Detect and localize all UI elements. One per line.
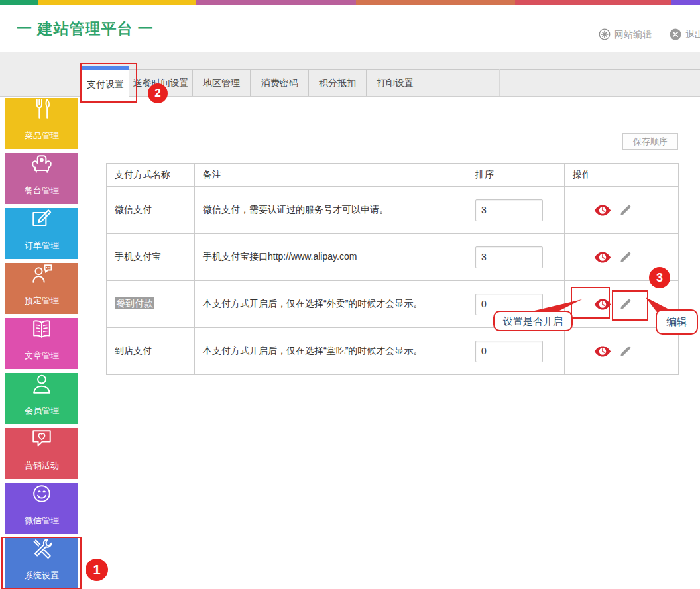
ops-cell [565,328,679,375]
heart-bubble-icon [29,425,55,460]
sidebar-item-label: 餐台管理 [25,185,59,197]
person-icon [29,370,55,405]
sidebar-item-wechat[interactable]: 微信管理 [5,483,78,534]
ops-cell [565,234,679,281]
logout-label: 退出 [685,29,700,41]
page-title: 一 建站管理平台 一 [17,19,154,39]
payment-name-cell: 到店支付 [107,328,195,375]
sidebar-item-orders[interactable]: 订单管理 [5,208,78,259]
toggle-eye-icon[interactable] [594,346,611,357]
tools-icon [29,535,55,570]
payment-name-highlighted: 餐到付款 [115,297,154,309]
tab-list: 送餐时间设置 地区管理 消费密码 积分抵扣 打印设置 [129,69,424,96]
column-header-remark: 备注 [195,164,467,187]
ops-cell [565,281,679,328]
sidebar-item-label: 预定管理 [25,295,59,307]
tab-payment-settings[interactable]: 支付设置 [82,66,129,101]
sort-input[interactable] [475,199,543,221]
payment-name-cell: 微信支付 [107,187,195,234]
step-badge-1: 1 [86,559,108,581]
sidebar-item-dishes[interactable]: 菜品管理 [5,98,78,149]
site-edit-label: 网站编辑 [614,29,652,41]
sidebar-item-articles[interactable]: 文章管理 [5,318,78,369]
top-strip-segment [196,0,356,5]
toggle-eye-icon[interactable] [594,205,611,216]
gear-icon [599,28,611,42]
toggle-eye-icon[interactable] [594,299,611,310]
toggle-eye-icon[interactable] [594,252,611,263]
table-row: 到店支付 本支付方式开启后，仅在选择“堂吃”的时候才会显示。 [107,328,679,375]
sort-input[interactable] [475,294,543,315]
page: 一 建站管理平台 一 网站编辑 退出 [0,0,700,589]
tab-points-deduction[interactable]: 积分抵扣 [309,69,367,96]
top-strip-segment [515,0,671,5]
smiley-icon [29,480,55,515]
edit-square-icon [29,205,55,240]
payment-name: 手机支付宝 [115,251,161,262]
sidebar-item-label: 微信管理 [25,515,59,527]
sidebar-item-label: 菜品管理 [25,130,59,142]
tab-delivery-time-settings[interactable]: 送餐时间设置 [129,69,193,96]
edit-pencil-icon[interactable] [620,346,631,357]
logout-button[interactable]: 退出 [670,28,700,42]
column-header-sort: 排序 [467,164,565,187]
remark-cell: 本支付方式开启后，仅在选择“外卖”的时候才会显示。 [195,281,467,328]
sort-cell [467,281,565,328]
table-header-row: 支付方式名称 备注 排序 操作 [107,164,679,187]
payment-name: 微信支付 [115,204,152,215]
armchair-icon [29,150,55,185]
top-strip-segment [356,0,515,5]
top-strip-segment [38,0,196,5]
sidebar-item-tables[interactable]: 餐台管理 [5,153,78,204]
remark-cell: 微信支付，需要认证过的服务号才可以申请。 [195,187,467,234]
top-strip-segment [0,0,38,5]
save-order-button[interactable]: 保存顺序 [622,133,678,150]
payment-name: 到店支付 [115,345,152,356]
tab-print-settings[interactable]: 打印设置 [367,69,424,96]
cutlery-icon [29,95,55,130]
header: 一 建站管理平台 一 网站编辑 退出 [0,5,700,52]
sort-input[interactable] [475,246,543,268]
edit-pencil-icon[interactable] [620,252,631,263]
table-row: 手机支付宝 手机支付宝接口http://www.alipay.com [107,234,679,281]
column-header-ops: 操作 [565,164,679,187]
sidebar-item-label: 营销活动 [25,460,59,472]
edit-pencil-icon[interactable] [620,205,631,216]
sort-cell [467,234,565,281]
remark-cell: 手机支付宝接口http://www.alipay.com [195,234,467,281]
person-chat-icon [29,260,55,295]
tab-consume-password[interactable]: 消费密码 [251,69,309,96]
tab-bar-divider [499,69,500,96]
tab-bar-top-border [421,69,700,70]
remark-cell: 本支付方式开启后，仅在选择“堂吃”的时候才会显示。 [195,328,467,375]
close-icon [670,28,681,42]
table-row: 餐到付款 本支付方式开启后，仅在选择“外卖”的时候才会显示。 [107,281,679,328]
top-color-strip [0,0,700,5]
payment-name-cell: 餐到付款 [107,281,195,328]
payment-methods-table: 支付方式名称 备注 排序 操作 微信支付 微信支付，需要认证过的服务号才可以申请… [106,163,679,375]
edit-pencil-icon[interactable] [620,299,631,310]
column-header-name: 支付方式名称 [107,164,195,187]
table-row: 微信支付 微信支付，需要认证过的服务号才可以申请。 [107,187,679,234]
top-strip-segment [671,0,700,5]
sidebar-item-label: 文章管理 [25,350,59,362]
sidebar-item-marketing[interactable]: 营销活动 [5,428,78,479]
sidebar-item-label: 会员管理 [25,405,59,417]
sidebar-item-label: 系统设置 [25,570,59,582]
sidebar-item-reservations[interactable]: 预定管理 [5,263,78,314]
sidebar-item-label: 订单管理 [25,240,59,252]
sort-input[interactable] [475,341,543,362]
ops-cell [565,187,679,234]
payment-name-cell: 手机支付宝 [107,234,195,281]
sort-cell [467,328,565,375]
sidebar-item-system-settings[interactable]: 系统设置 [5,538,78,589]
site-edit-button[interactable]: 网站编辑 [599,28,652,42]
book-icon [29,315,55,350]
sidebar-item-members[interactable]: 会员管理 [5,373,78,424]
sort-cell [467,187,565,234]
tab-region-management[interactable]: 地区管理 [193,69,251,96]
